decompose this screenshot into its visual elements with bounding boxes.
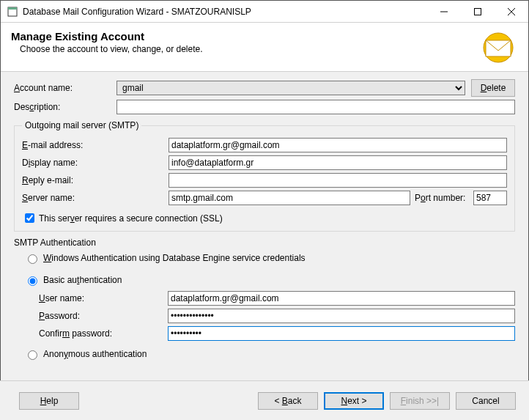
finish-button: Finish >>| (390, 392, 450, 410)
window-title: Database Mail Configuration Wizard - SMA… (23, 7, 427, 17)
svg-rect-3 (475, 8, 481, 15)
help-button[interactable]: Help (19, 392, 79, 410)
wizard-header: Manage Existing Account Choose the accou… (1, 23, 528, 72)
basic-auth-radio-row[interactable]: Basic authentication (24, 274, 515, 286)
next-button[interactable]: Next > (324, 392, 384, 410)
windows-auth-radio[interactable] (28, 254, 37, 264)
svg-rect-1 (8, 7, 17, 10)
port-label: Port number: (415, 193, 473, 203)
cancel-button[interactable]: Cancel (456, 392, 516, 410)
smtp-legend: Outgoing mail server (SMTP) (22, 120, 141, 130)
basic-auth-radio[interactable] (28, 276, 37, 286)
wizard-footer: Help < Back Next > Finish >>| Cancel (0, 380, 529, 420)
account-name-select[interactable]: gmail (116, 81, 465, 95)
description-label: Description: (14, 102, 116, 112)
server-name-input[interactable] (169, 191, 410, 205)
mail-icon (478, 30, 518, 65)
smtp-auth-title: SMTP Authentication (14, 237, 515, 248)
display-name-label: Display name: (22, 158, 169, 168)
svg-rect-7 (486, 40, 511, 56)
basic-auth-fields: User name: Password: Confirm password: (39, 290, 515, 341)
minimize-button[interactable] (427, 1, 461, 22)
basic-auth-label: Basic authentication (43, 275, 122, 285)
maximize-button[interactable] (461, 1, 495, 22)
account-name-label: Account name: (14, 83, 116, 93)
anonymous-auth-radio-row[interactable]: Anonymous authentication (24, 348, 515, 360)
page-title: Manage Existing Account (11, 30, 478, 43)
app-icon (7, 6, 18, 18)
confirm-password-label: Confirm password: (39, 328, 168, 339)
confirm-password-input[interactable] (168, 326, 515, 341)
window-controls (427, 1, 528, 22)
delete-button[interactable]: Delete (471, 79, 515, 97)
ssl-label: This server requires a secure connection… (39, 213, 223, 224)
server-name-label: Server name: (22, 193, 169, 203)
windows-auth-label: Windows Authentication using Database En… (43, 253, 306, 263)
windows-auth-radio-row[interactable]: Windows Authentication using Database En… (24, 252, 515, 264)
reply-email-input[interactable] (169, 173, 507, 188)
smtp-fieldset: Outgoing mail server (SMTP) E-mail addre… (14, 120, 515, 232)
username-input[interactable] (168, 291, 515, 306)
anonymous-auth-label: Anonymous authentication (43, 349, 147, 359)
back-button[interactable]: < Back (258, 392, 318, 410)
ssl-checkbox-row[interactable]: This server requires a secure connection… (22, 211, 507, 225)
password-input[interactable] (168, 309, 515, 323)
ssl-checkbox[interactable] (25, 213, 34, 223)
description-input[interactable] (116, 100, 515, 114)
port-input[interactable] (473, 191, 507, 205)
display-name-input[interactable] (169, 155, 507, 170)
titlebar: Database Mail Configuration Wizard - SMA… (1, 1, 528, 23)
password-label: Password: (39, 311, 168, 321)
anonymous-auth-radio[interactable] (28, 350, 37, 360)
close-button[interactable] (495, 1, 528, 22)
email-input[interactable] (169, 138, 507, 152)
content-area: Account name: gmail Delete Description: … (1, 72, 528, 389)
reply-email-label: Reply e-mail: (22, 175, 169, 185)
email-label: E-mail address: (22, 140, 169, 150)
page-subtitle: Choose the account to view, change, or d… (20, 44, 478, 54)
username-label: User name: (39, 293, 168, 303)
